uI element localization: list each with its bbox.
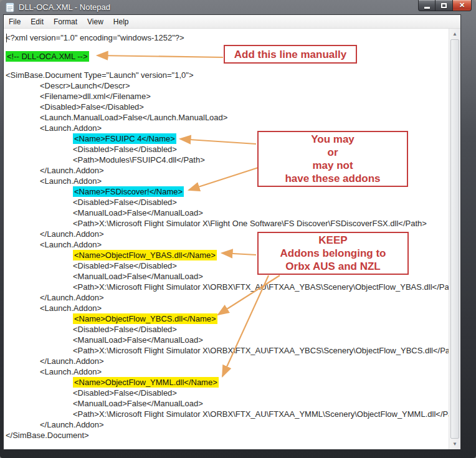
xml-line: </Launch.Addon> — [6, 229, 450, 239]
menu-bar: File Edit Format View Help — [4, 15, 460, 29]
xml-line: <Path>X:\Microsoft Flight Simulator X\Fl… — [6, 218, 450, 229]
xml-line: <Name>ObjectFlow_YBAS.dll</Name> — [6, 250, 450, 260]
xml-line: <Launch.Addon> — [6, 176, 450, 186]
xml-line: <Launch.Addon> — [6, 123, 450, 133]
xml-line: <Disabled>False</Disabled> — [6, 324, 450, 335]
text-caret — [6, 34, 7, 42]
highlighted-text-yellow: <Name>ObjectFlow_YBAS.dll</Name> — [73, 250, 217, 260]
xml-line: <Disabled>False</Disabled> — [6, 388, 450, 398]
highlighted-text-cyan: <Name>FSUIPC 4</Name> — [73, 133, 176, 144]
xml-line: <Name>ObjectFlow_YMML.dll</Name> — [6, 377, 450, 388]
xml-line: </Launch.Addon> — [6, 419, 450, 430]
xml-line: <Disabled>False</Disabled> — [6, 102, 450, 112]
xml-line: <Launch.ManualLoad>False</Launch.ManualL… — [6, 112, 450, 123]
xml-line: <Path>X:\Microsoft Flight Simulator X\OR… — [6, 282, 450, 292]
scrollbar-thumb[interactable] — [450, 39, 459, 439]
xml-line — [6, 43, 450, 51]
maximize-button[interactable] — [436, 0, 452, 11]
minimize-icon — [424, 7, 430, 9]
xml-line: <Name>ObjectFlow_YBCS.dll</Name> — [6, 313, 450, 324]
xml-line: <ManualLoad>False</ManualLoad> — [6, 335, 450, 345]
xml-line: <Path>X:\Microsoft Flight Simulator X\OR… — [6, 345, 450, 356]
scroll-up-icon[interactable]: ▲ — [449, 29, 460, 39]
xml-line: <Disabled>False</Disabled> — [6, 260, 450, 271]
scroll-down-icon[interactable]: ▼ — [449, 439, 460, 449]
title-bar[interactable]: DLL-OCA.XML - Notepad ✕ — [0, 0, 476, 14]
xml-line: <Disabled>False</Disabled> — [6, 197, 450, 208]
xml-line: <SimBase.Document Type="Launch" version=… — [6, 70, 450, 80]
highlighted-text-yellow: <Name>ObjectFlow_YMML.dll</Name> — [73, 377, 219, 388]
xml-line: <Path>Modules\FSUIPC4.dll</Path> — [6, 155, 450, 165]
xml-line: </Launch.Addon> — [6, 356, 450, 366]
xml-line: <Filename>dll.xml</Filename> — [6, 91, 450, 102]
xml-line: <Name>FSDiscover!</Name> — [6, 186, 450, 197]
xml-line: <Launch.Addon> — [6, 366, 450, 377]
highlighted-text-yellow: <Name>ObjectFlow_YBCS.dll</Name> — [73, 313, 217, 324]
window-title: DLL-OCA.XML - Notepad — [19, 2, 110, 12]
xml-line: </Launch.Addon> — [6, 292, 450, 303]
xml-line: <ManualLoad>False</ManualLoad> — [6, 208, 450, 218]
xml-line: <Launch.Addon> — [6, 239, 450, 250]
xml-line: <!-- DLL-OCA.XML --> — [6, 51, 450, 62]
menu-help[interactable]: Help — [108, 16, 134, 28]
window-client-area: File Edit Format View Help <?xml version… — [3, 14, 461, 450]
xml-line: <?xml version="1.0" encoding="windows-12… — [6, 32, 450, 43]
xml-line — [6, 62, 450, 70]
maximize-icon — [441, 3, 447, 8]
highlighted-text-cyan: <Name>FSDiscover!</Name> — [73, 186, 184, 197]
menu-file[interactable]: File — [4, 16, 26, 28]
menu-view[interactable]: View — [82, 16, 108, 28]
text-editor[interactable]: <?xml version="1.0" encoding="windows-12… — [4, 29, 450, 449]
xml-line: </SimBase.Document> — [6, 430, 450, 441]
close-button[interactable]: ✕ — [452, 0, 472, 11]
notepad-window: DLL-OCA.XML - Notepad ✕ File Edit Format… — [0, 0, 476, 458]
xml-line: <Launch.Addon> — [6, 303, 450, 313]
minimize-button[interactable] — [418, 0, 436, 11]
menu-format[interactable]: Format — [49, 16, 82, 28]
xml-line: <ManualLoad>False</ManualLoad> — [6, 271, 450, 282]
xml-line: <Disabled>False</Disabled> — [6, 144, 450, 155]
xml-line: <Name>FSUIPC 4</Name> — [6, 133, 450, 144]
xml-line: </Launch.Addon> — [6, 165, 450, 176]
highlighted-text-green: <!-- DLL-OCA.XML --> — [6, 51, 89, 62]
notepad-icon — [6, 2, 14, 12]
xml-line: <Path>X:\Microsoft Flight Simulator X\OR… — [6, 409, 450, 419]
vertical-scrollbar[interactable]: ▲ ▼ — [449, 29, 460, 449]
menu-edit[interactable]: Edit — [26, 16, 49, 28]
xml-line: <Descr>Launch</Descr> — [6, 80, 450, 91]
xml-line: <ManualLoad>False</ManualLoad> — [6, 398, 450, 409]
close-icon: ✕ — [459, 1, 465, 9]
